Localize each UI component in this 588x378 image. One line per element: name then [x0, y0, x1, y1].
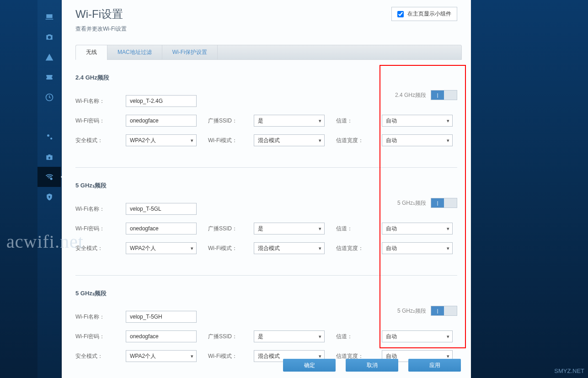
- label-channel: 信道：: [331, 117, 382, 125]
- page-title: Wi-Fi设置: [75, 7, 127, 21]
- wifi-gear-icon: [45, 172, 54, 181]
- label-wifi-mode: Wi-Fi模式：: [203, 245, 254, 252]
- svg-point-1: [47, 134, 49, 137]
- svg-point-4: [50, 178, 52, 180]
- wifi-name-input-5ghz2[interactable]: [126, 311, 197, 323]
- label-wifi-mode: Wi-Fi模式：: [203, 352, 254, 360]
- wifi-name-input-24ghz[interactable]: [126, 95, 197, 107]
- sidebar-item-devices[interactable]: [37, 7, 61, 27]
- toggle-knob: |: [431, 91, 444, 100]
- security-mode-select-24ghz[interactable]: WPA2个人: [126, 134, 197, 146]
- label-wifi-mode: Wi-Fi模式：: [203, 137, 254, 144]
- tabs: 无线 MAC地址过滤 Wi-Fi保护设置: [75, 45, 462, 60]
- tab-mac-filter[interactable]: MAC地址过滤: [107, 45, 162, 59]
- toggle-5ghz2[interactable]: |: [431, 306, 457, 316]
- label-security-mode: 安全模式：: [75, 352, 126, 360]
- label-channel-width: 信道宽度：: [331, 245, 382, 252]
- wifi-name-input-5ghz1[interactable]: [126, 203, 197, 215]
- main-panel: Wi-Fi设置 查看并更改Wi-Fi设置 在主页显示小组件 无线 MAC地址过滤…: [62, 0, 471, 378]
- channel-select-24ghz[interactable]: 自动: [382, 115, 453, 127]
- sidebar-item-clock[interactable]: [37, 87, 61, 107]
- channel-select-5ghz2[interactable]: 自动: [382, 330, 453, 342]
- security-mode-select-5ghz2[interactable]: WPA2个人: [126, 350, 197, 362]
- gears-icon: [45, 132, 54, 141]
- label-wifi-name: Wi-Fi名称：: [75, 205, 126, 213]
- label-channel: 信道：: [331, 333, 382, 341]
- wifi-password-input-24ghz[interactable]: [126, 115, 197, 127]
- band-title-24ghz: 2.4 GHz频段: [75, 74, 457, 82]
- wifi-password-input-5ghz2[interactable]: [126, 330, 197, 342]
- broadcast-ssid-select-5ghz2[interactable]: 是: [254, 330, 325, 342]
- sidebar-item-settings[interactable]: [37, 127, 61, 147]
- wifi-mode-select-24ghz[interactable]: 混合模式: [254, 134, 325, 146]
- sidebar-item-media[interactable]: [37, 27, 61, 47]
- label-channel: 信道：: [331, 225, 382, 233]
- toggle-knob: |: [431, 198, 444, 208]
- header: Wi-Fi设置 查看并更改Wi-Fi设置 在主页显示小组件: [62, 0, 471, 37]
- sidebar-item-speed[interactable]: [37, 67, 61, 87]
- camera-icon: [45, 32, 54, 42]
- wifi-password-input-5ghz1[interactable]: [126, 223, 197, 234]
- page-subtitle: 查看并更改Wi-Fi设置: [75, 25, 127, 33]
- toggle-24ghz[interactable]: |: [431, 90, 457, 100]
- sidebar-item-parental[interactable]: [37, 47, 61, 67]
- label-security-mode: 安全模式：: [75, 245, 126, 252]
- clock-icon: [45, 93, 54, 102]
- button-bar: 确定 取消 应用: [283, 359, 461, 372]
- label-channel-width: 信道宽度：: [331, 137, 382, 144]
- medkit-icon: [45, 152, 54, 161]
- channel-select-5ghz1[interactable]: 自动: [382, 223, 453, 234]
- warning-icon: [45, 53, 54, 62]
- toggle-5ghz1[interactable]: |: [431, 198, 457, 208]
- laptop-icon: [45, 12, 54, 21]
- sidebar-item-wifi[interactable]: [37, 167, 61, 187]
- band-title-5ghz1: 5 GHz₁频段: [75, 181, 457, 190]
- label-wifi-password: Wi-Fi密码：: [75, 225, 126, 233]
- toggle-knob: |: [431, 306, 444, 315]
- label-wifi-password: Wi-Fi密码：: [75, 117, 126, 125]
- label-broadcast-ssid: 广播SSID：: [203, 117, 254, 125]
- ticket-icon: [45, 73, 54, 82]
- svg-point-2: [50, 138, 52, 139]
- watermark-smyz: SMYZ.NET: [554, 367, 584, 374]
- apply-button[interactable]: 应用: [408, 359, 461, 372]
- tab-wps[interactable]: Wi-Fi保护设置: [162, 45, 218, 59]
- wifi-mode-select-5ghz1[interactable]: 混合模式: [254, 242, 325, 254]
- content: 2.4 GHz频段 Wi-Fi名称： 2.4 GHz频段 | Wi-Fi密码：: [62, 60, 471, 378]
- cancel-button[interactable]: 取消: [346, 359, 398, 372]
- band-title-5ghz2: 5 GHz₂频段: [75, 289, 457, 298]
- toggle-label-24ghz: 2.4 GHz频段: [395, 91, 426, 99]
- homepage-widget-label: 在主页显示小组件: [407, 10, 451, 18]
- sidebar-item-diagnostics[interactable]: [37, 147, 61, 167]
- security-mode-select-5ghz1[interactable]: WPA2个人: [126, 242, 197, 254]
- label-security-mode: 安全模式：: [75, 137, 126, 144]
- broadcast-ssid-select-5ghz1[interactable]: 是: [254, 223, 325, 234]
- broadcast-ssid-select-24ghz[interactable]: 是: [254, 115, 325, 127]
- label-broadcast-ssid: 广播SSID：: [203, 333, 254, 341]
- sidebar: [37, 0, 61, 378]
- homepage-widget-input[interactable]: [397, 11, 404, 17]
- band-section-5ghz1: 5 GHz₁频段 Wi-Fi名称： 5 GHz₁频段 | Wi-Fi密码：: [75, 181, 457, 276]
- shield-icon: [45, 192, 54, 202]
- band-section-24ghz: 2.4 GHz频段 Wi-Fi名称： 2.4 GHz频段 | Wi-Fi密码：: [75, 74, 457, 168]
- channel-width-select-24ghz[interactable]: 自动: [382, 134, 453, 146]
- channel-width-select-5ghz1[interactable]: 自动: [382, 242, 453, 254]
- ok-button[interactable]: 确定: [283, 359, 336, 372]
- svg-rect-6: [49, 197, 50, 198]
- label-broadcast-ssid: 广播SSID：: [203, 225, 254, 233]
- homepage-widget-checkbox[interactable]: 在主页显示小组件: [391, 7, 457, 21]
- sidebar-item-security[interactable]: [37, 187, 61, 207]
- tab-wireless[interactable]: 无线: [76, 45, 107, 59]
- toggle-label-5ghz2: 5 GHz₂频段: [397, 307, 426, 315]
- label-wifi-name: Wi-Fi名称：: [75, 313, 126, 321]
- label-wifi-name: Wi-Fi名称：: [75, 97, 126, 105]
- toggle-label-5ghz1: 5 GHz₁频段: [397, 199, 426, 207]
- label-wifi-password: Wi-Fi密码：: [75, 333, 126, 341]
